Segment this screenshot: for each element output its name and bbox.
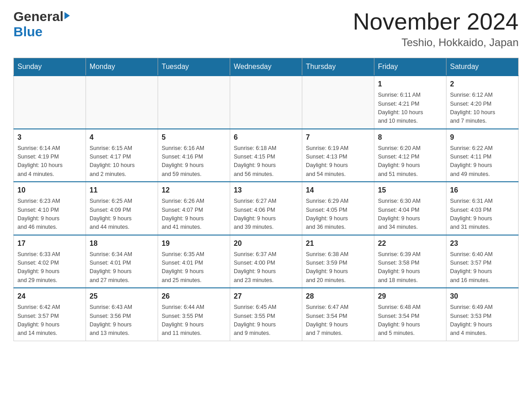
day-number: 11 [90, 185, 154, 196]
calendar-week-4: 17Sunrise: 6:33 AM Sunset: 4:02 PM Dayli… [14, 235, 519, 288]
page-header: General Blue November 2024 Teshio, Hokka… [13, 9, 519, 49]
calendar-cell [230, 76, 302, 129]
calendar-cell: 29Sunrise: 6:48 AM Sunset: 3:54 PM Dayli… [374, 288, 446, 341]
day-info: Sunrise: 6:30 AM Sunset: 4:04 PM Dayligh… [378, 197, 442, 232]
day-info: Sunrise: 6:38 AM Sunset: 3:59 PM Dayligh… [306, 250, 370, 285]
calendar-cell: 28Sunrise: 6:47 AM Sunset: 3:54 PM Dayli… [302, 288, 374, 341]
weekday-header-wednesday: Wednesday [230, 58, 302, 76]
day-number: 14 [306, 185, 370, 196]
calendar-cell: 11Sunrise: 6:25 AM Sunset: 4:09 PM Dayli… [86, 182, 158, 235]
day-number: 22 [378, 238, 442, 249]
calendar-week-3: 10Sunrise: 6:23 AM Sunset: 4:10 PM Dayli… [14, 182, 519, 235]
calendar-cell: 19Sunrise: 6:35 AM Sunset: 4:01 PM Dayli… [158, 235, 230, 288]
month-title: November 2024 [353, 9, 519, 34]
calendar-cell: 14Sunrise: 6:29 AM Sunset: 4:05 PM Dayli… [302, 182, 374, 235]
day-info: Sunrise: 6:49 AM Sunset: 3:53 PM Dayligh… [450, 303, 515, 338]
day-number: 27 [234, 291, 298, 302]
day-number: 21 [306, 238, 370, 249]
calendar-cell: 18Sunrise: 6:34 AM Sunset: 4:01 PM Dayli… [86, 235, 158, 288]
calendar-cell: 7Sunrise: 6:19 AM Sunset: 4:13 PM Daylig… [302, 129, 374, 182]
day-number: 1 [378, 79, 442, 90]
day-number: 17 [17, 238, 82, 249]
day-number: 6 [234, 132, 298, 143]
calendar-cell: 30Sunrise: 6:49 AM Sunset: 3:53 PM Dayli… [446, 288, 519, 341]
day-info: Sunrise: 6:37 AM Sunset: 4:00 PM Dayligh… [234, 250, 298, 285]
calendar-cell: 22Sunrise: 6:39 AM Sunset: 3:58 PM Dayli… [374, 235, 446, 288]
day-number: 8 [378, 132, 442, 143]
day-info: Sunrise: 6:44 AM Sunset: 3:55 PM Dayligh… [162, 303, 226, 338]
day-number: 26 [162, 291, 226, 302]
day-info: Sunrise: 6:47 AM Sunset: 3:54 PM Dayligh… [306, 303, 370, 338]
calendar-cell: 3Sunrise: 6:14 AM Sunset: 4:19 PM Daylig… [14, 129, 86, 182]
day-number: 25 [90, 291, 154, 302]
calendar-cell: 4Sunrise: 6:15 AM Sunset: 4:17 PM Daylig… [86, 129, 158, 182]
calendar-cell: 17Sunrise: 6:33 AM Sunset: 4:02 PM Dayli… [14, 235, 86, 288]
day-info: Sunrise: 6:12 AM Sunset: 4:20 PM Dayligh… [450, 91, 515, 126]
day-number: 24 [17, 291, 82, 302]
day-number: 10 [17, 185, 82, 196]
weekday-header-monday: Monday [86, 58, 158, 76]
day-info: Sunrise: 6:19 AM Sunset: 4:13 PM Dayligh… [306, 144, 370, 179]
day-number: 29 [378, 291, 442, 302]
calendar-cell: 1Sunrise: 6:11 AM Sunset: 4:21 PM Daylig… [374, 76, 446, 129]
day-info: Sunrise: 6:23 AM Sunset: 4:10 PM Dayligh… [17, 197, 82, 232]
calendar-table: SundayMondayTuesdayWednesdayThursdayFrid… [13, 58, 519, 341]
day-info: Sunrise: 6:40 AM Sunset: 3:57 PM Dayligh… [450, 250, 515, 285]
calendar-cell: 12Sunrise: 6:26 AM Sunset: 4:07 PM Dayli… [158, 182, 230, 235]
day-number: 4 [90, 132, 154, 143]
calendar-week-5: 24Sunrise: 6:42 AM Sunset: 3:57 PM Dayli… [14, 288, 519, 341]
calendar-cell [86, 76, 158, 129]
location-title: Teshio, Hokkaido, Japan [353, 36, 519, 49]
day-info: Sunrise: 6:18 AM Sunset: 4:15 PM Dayligh… [234, 144, 298, 179]
day-info: Sunrise: 6:31 AM Sunset: 4:03 PM Dayligh… [450, 197, 515, 232]
day-info: Sunrise: 6:20 AM Sunset: 4:12 PM Dayligh… [378, 144, 442, 179]
day-number: 2 [450, 79, 515, 90]
calendar-cell: 24Sunrise: 6:42 AM Sunset: 3:57 PM Dayli… [14, 288, 86, 341]
day-number: 20 [234, 238, 298, 249]
day-info: Sunrise: 6:16 AM Sunset: 4:16 PM Dayligh… [162, 144, 226, 179]
calendar-cell: 2Sunrise: 6:12 AM Sunset: 4:20 PM Daylig… [446, 76, 519, 129]
day-number: 30 [450, 291, 515, 302]
day-number: 15 [378, 185, 442, 196]
calendar-week-1: 1Sunrise: 6:11 AM Sunset: 4:21 PM Daylig… [14, 76, 519, 129]
day-number: 13 [234, 185, 298, 196]
calendar-cell: 27Sunrise: 6:45 AM Sunset: 3:55 PM Dayli… [230, 288, 302, 341]
day-number: 23 [450, 238, 515, 249]
logo-general: General [13, 9, 64, 24]
logo-blue: Blue [13, 24, 43, 39]
calendar-cell: 26Sunrise: 6:44 AM Sunset: 3:55 PM Dayli… [158, 288, 230, 341]
day-info: Sunrise: 6:15 AM Sunset: 4:17 PM Dayligh… [90, 144, 154, 179]
day-info: Sunrise: 6:35 AM Sunset: 4:01 PM Dayligh… [162, 250, 226, 285]
calendar-cell [14, 76, 86, 129]
day-info: Sunrise: 6:45 AM Sunset: 3:55 PM Dayligh… [234, 303, 298, 338]
day-info: Sunrise: 6:29 AM Sunset: 4:05 PM Dayligh… [306, 197, 370, 232]
day-number: 12 [162, 185, 226, 196]
calendar-cell: 16Sunrise: 6:31 AM Sunset: 4:03 PM Dayli… [446, 182, 519, 235]
calendar-week-2: 3Sunrise: 6:14 AM Sunset: 4:19 PM Daylig… [14, 129, 519, 182]
day-info: Sunrise: 6:25 AM Sunset: 4:09 PM Dayligh… [90, 197, 154, 232]
calendar-cell [158, 76, 230, 129]
weekday-header-tuesday: Tuesday [158, 58, 230, 76]
calendar-cell [302, 76, 374, 129]
day-number: 9 [450, 132, 515, 143]
calendar-cell: 20Sunrise: 6:37 AM Sunset: 4:00 PM Dayli… [230, 235, 302, 288]
calendar-cell: 10Sunrise: 6:23 AM Sunset: 4:10 PM Dayli… [14, 182, 86, 235]
day-info: Sunrise: 6:48 AM Sunset: 3:54 PM Dayligh… [378, 303, 442, 338]
calendar-cell: 5Sunrise: 6:16 AM Sunset: 4:16 PM Daylig… [158, 129, 230, 182]
calendar-cell: 9Sunrise: 6:22 AM Sunset: 4:11 PM Daylig… [446, 129, 519, 182]
title-section: November 2024 Teshio, Hokkaido, Japan [353, 9, 519, 49]
weekday-header-saturday: Saturday [446, 58, 519, 76]
day-number: 7 [306, 132, 370, 143]
day-info: Sunrise: 6:11 AM Sunset: 4:21 PM Dayligh… [378, 91, 442, 126]
day-info: Sunrise: 6:14 AM Sunset: 4:19 PM Dayligh… [17, 144, 82, 179]
weekday-header-friday: Friday [374, 58, 446, 76]
calendar-cell: 8Sunrise: 6:20 AM Sunset: 4:12 PM Daylig… [374, 129, 446, 182]
weekday-header-thursday: Thursday [302, 58, 374, 76]
day-info: Sunrise: 6:26 AM Sunset: 4:07 PM Dayligh… [162, 197, 226, 232]
day-info: Sunrise: 6:43 AM Sunset: 3:56 PM Dayligh… [90, 303, 154, 338]
day-info: Sunrise: 6:42 AM Sunset: 3:57 PM Dayligh… [17, 303, 82, 338]
day-number: 5 [162, 132, 226, 143]
day-info: Sunrise: 6:34 AM Sunset: 4:01 PM Dayligh… [90, 250, 154, 285]
logo: General Blue [13, 9, 70, 39]
calendar-cell: 15Sunrise: 6:30 AM Sunset: 4:04 PM Dayli… [374, 182, 446, 235]
